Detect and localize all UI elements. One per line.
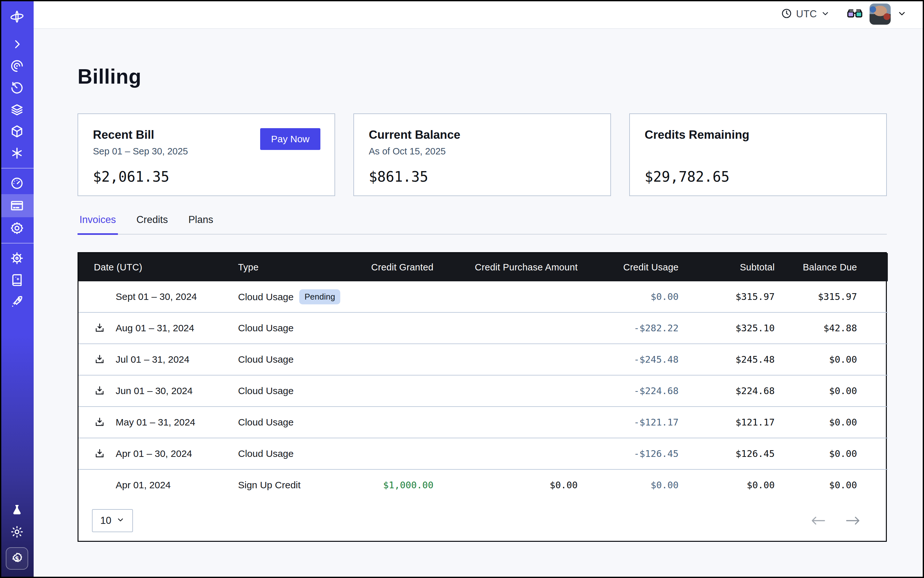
sidebar-item-getting-started[interactable] [0, 291, 34, 313]
credit-usage-value: -$245.48 [578, 344, 679, 375]
download-invoice-button[interactable] [94, 322, 106, 334]
sidebar: $ [0, 0, 34, 578]
tab-credits[interactable]: Credits [135, 214, 170, 235]
sidebar-item-billing[interactable] [0, 194, 34, 217]
clock-icon [781, 8, 792, 21]
sidebar-divider [0, 168, 34, 169]
credit-purchase-value [434, 344, 578, 375]
credit-granted-value: $1,000.00 [341, 469, 434, 500]
credit-purchase-value [434, 375, 578, 407]
invoice-period: Apr 01, 2024 [116, 480, 171, 490]
timezone-selector[interactable]: UTC [781, 8, 830, 21]
credit-granted-value [341, 407, 434, 438]
download-invoice-button[interactable] [94, 385, 106, 397]
invoice-period: Apr 01 – 30, 2024 [116, 448, 192, 459]
subtotal-value: $121.17 [679, 407, 775, 438]
summary-cards: Recent Bill Sep 01 – Sep 30, 2025 $2,061… [78, 114, 887, 196]
card-amount: $2,061.35 [93, 169, 320, 185]
cube-icon [10, 124, 24, 138]
credits-quick-button[interactable]: $ [6, 547, 28, 570]
tab-invoices[interactable]: Invoices [78, 214, 118, 235]
invoice-type: Cloud Usage [238, 323, 294, 333]
invoice-period: Sept 01 – 30, 2024 [116, 291, 197, 302]
card-title: Current Balance [369, 128, 596, 141]
invoice-period: Aug 01 – 31, 2024 [116, 323, 194, 334]
credit-usage-value: -$121.17 [578, 407, 679, 438]
subtotal-value: $325.10 [679, 312, 775, 344]
next-page-button[interactable] [846, 516, 860, 526]
credit-purchase-value [434, 281, 578, 312]
sidebar-item-docs[interactable] [0, 269, 34, 291]
sidebar-item-theme[interactable] [0, 521, 34, 543]
svg-text:$: $ [15, 555, 19, 562]
page-size-value: 10 [100, 515, 111, 526]
credit-usage-value: -$224.68 [578, 375, 679, 407]
timezone-label: UTC [796, 8, 817, 20]
balance-due-value: $0.00 [775, 344, 888, 375]
sidebar-item-observe[interactable] [0, 55, 34, 77]
download-invoice-button[interactable] [94, 448, 106, 459]
sidebar-item-support[interactable] [0, 247, 34, 269]
download-invoice-button[interactable] [94, 417, 106, 428]
sidebar-item-expand[interactable] [0, 33, 34, 55]
tab-plans[interactable]: Plans [187, 214, 215, 235]
sidebar-item-packages[interactable] [0, 120, 34, 142]
asterisk-icon [10, 146, 24, 160]
table-row: Sept 01 – 30, 2024 Cloud UsagePending $0… [78, 281, 888, 312]
invoice-period: May 01 – 31, 2024 [116, 417, 195, 428]
invoice-period: Jul 01 – 31, 2024 [116, 354, 189, 365]
sidebar-item-labs[interactable] [0, 499, 34, 521]
card-amount: $861.35 [369, 169, 596, 185]
column-header-credit-usage: Credit Usage [578, 253, 679, 281]
balance-due-value: $0.00 [775, 407, 888, 438]
download-invoice-button[interactable] [94, 354, 106, 365]
balance-due-value: $0.00 [775, 438, 888, 469]
column-header-credit-purchase: Credit Purchase Amount [434, 253, 578, 281]
credit-granted-value [341, 281, 434, 312]
glasses-icon[interactable] [846, 8, 863, 20]
sidebar-item-usage[interactable] [0, 172, 34, 194]
chevron-down-icon [116, 515, 125, 526]
prev-page-button[interactable] [811, 516, 826, 526]
table-footer: 10 [78, 500, 886, 541]
table-header-row: Date (UTC) Type Credit Granted Credit Pu… [78, 253, 888, 281]
card-subtitle: As of Oct 15, 2025 [369, 146, 596, 157]
credit-granted-value [341, 344, 434, 375]
chevron-right-icon [11, 38, 23, 50]
credit-purchase-value: $0.00 [434, 469, 578, 500]
credit-granted-value [341, 438, 434, 469]
column-header-subtotal: Subtotal [679, 253, 775, 281]
app-logo[interactable] [0, 0, 34, 33]
page-size-select[interactable]: 10 [92, 509, 133, 532]
sidebar-item-history[interactable] [0, 77, 34, 99]
credit-purchase-value [434, 438, 578, 469]
column-header-balance-due: Balance Due [775, 253, 888, 281]
credit-usage-value: -$282.22 [578, 312, 679, 344]
credits-remaining-card: Credits Remaining $29,782.65 [629, 114, 887, 196]
main-content: Billing Recent Bill Sep 01 – Sep 30, 202… [34, 65, 924, 542]
gear-icon [10, 221, 24, 235]
pagination-arrows [811, 516, 860, 526]
orbit-logo-icon [9, 9, 25, 24]
credit-usage-value: $0.00 [578, 469, 679, 500]
billing-tabs: Invoices Credits Plans [78, 214, 887, 235]
subtotal-value: $315.97 [679, 281, 775, 312]
invoice-period: Jun 01 – 30, 2024 [116, 385, 193, 396]
avatar[interactable] [870, 3, 891, 25]
sidebar-item-services[interactable] [0, 142, 34, 164]
table-row: Apr 01 – 30, 2024 Cloud Usage -$126.45 $… [78, 438, 888, 469]
column-header-date: Date (UTC) [78, 253, 238, 281]
subtotal-value: $224.68 [679, 375, 775, 407]
invoices-table: Date (UTC) Type Credit Granted Credit Pu… [78, 252, 887, 542]
balance-due-value: $315.97 [775, 281, 888, 312]
user-menu-chevron-icon[interactable] [897, 9, 907, 19]
book-sparkle-icon [10, 273, 24, 287]
invoice-type: Cloud Usage [238, 292, 294, 302]
sidebar-item-settings[interactable] [0, 217, 34, 239]
sidebar-item-layers[interactable] [0, 99, 34, 120]
flask-icon [10, 503, 24, 517]
card-amount: $29,782.65 [645, 169, 872, 185]
pay-now-button[interactable]: Pay Now [260, 128, 320, 150]
balance-due-value: $0.00 [775, 469, 888, 500]
rocket-icon [10, 295, 24, 309]
